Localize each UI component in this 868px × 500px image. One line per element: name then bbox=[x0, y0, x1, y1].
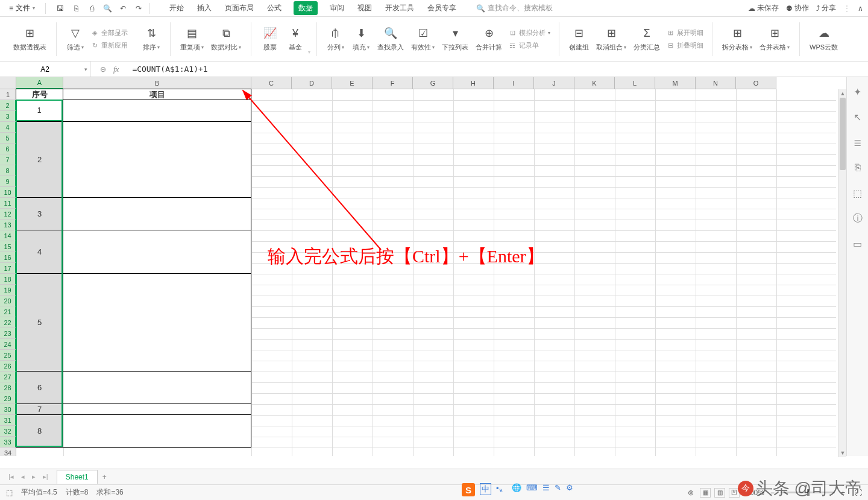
row-header-32[interactable]: 32 bbox=[0, 426, 16, 437]
row-header-19[interactable]: 19 bbox=[0, 285, 16, 296]
row-header-21[interactable]: 21 bbox=[0, 306, 16, 317]
row-header-17[interactable]: 17 bbox=[0, 263, 16, 274]
data-compare-button[interactable]: ⧉数据对比▾ bbox=[207, 25, 245, 53]
sheet-tab[interactable]: Sheet1 bbox=[57, 470, 98, 484]
select-all-corner[interactable] bbox=[0, 77, 16, 89]
column-header-F[interactable]: F bbox=[373, 77, 413, 89]
stock-button[interactable]: 📈股票 bbox=[257, 25, 283, 53]
tab-开始[interactable]: 开始 bbox=[168, 1, 185, 15]
row-header-29[interactable]: 29 bbox=[0, 393, 16, 404]
panel-help-icon[interactable]: ⓘ bbox=[852, 212, 864, 224]
row-header-1[interactable]: 1 bbox=[0, 89, 16, 100]
row-header-33[interactable]: 33 bbox=[0, 437, 16, 448]
cell[interactable] bbox=[63, 371, 251, 404]
redo-icon[interactable]: ↷ bbox=[134, 4, 143, 13]
row-header-9[interactable]: 9 bbox=[0, 176, 16, 187]
stats-icon[interactable]: ⊚ bbox=[688, 489, 694, 497]
print-preview-icon[interactable]: 🔍 bbox=[102, 4, 112, 13]
text-to-columns-button[interactable]: ⫛分列▾ bbox=[323, 25, 348, 53]
scroll-up-icon[interactable]: ▲ bbox=[838, 89, 847, 98]
scroll-down-icon[interactable]: ▼ bbox=[838, 449, 847, 457]
column-header-E[interactable]: E bbox=[332, 77, 373, 89]
cell[interactable] bbox=[63, 121, 251, 198]
row-header-28[interactable]: 28 bbox=[0, 382, 16, 393]
cell[interactable]: 7 bbox=[16, 403, 63, 415]
column-header-J[interactable]: J bbox=[534, 77, 574, 89]
tab-页面布局[interactable]: 页面布局 bbox=[224, 1, 255, 15]
vertical-scrollbar[interactable]: ▲ ▼ bbox=[838, 89, 846, 457]
dropdown-button[interactable]: ▾下拉列表 bbox=[438, 25, 472, 53]
record-button[interactable]: ☶记录单 bbox=[508, 41, 550, 50]
panel-select-icon[interactable]: ↖ bbox=[852, 111, 864, 123]
cell[interactable]: 6 bbox=[16, 371, 63, 404]
cell[interactable]: 5 bbox=[16, 273, 63, 372]
name-box[interactable]: ▾ bbox=[0, 62, 90, 77]
cell[interactable] bbox=[63, 100, 251, 122]
row-header-3[interactable]: 3 bbox=[0, 111, 16, 122]
row-header-34[interactable]: 34 bbox=[0, 448, 16, 456]
cell[interactable]: 3 bbox=[16, 197, 63, 230]
formula-input[interactable]: =COUNT(A$1:A1)+1 bbox=[128, 65, 868, 74]
pivot-table-button[interactable]: ⊞数据透视表 bbox=[10, 25, 50, 53]
row-header-26[interactable]: 26 bbox=[0, 361, 16, 372]
print-icon[interactable]: ⎙ bbox=[87, 4, 96, 13]
save-as-icon[interactable]: ⎘ bbox=[71, 4, 81, 13]
row-header-5[interactable]: 5 bbox=[0, 133, 16, 144]
view-page-icon[interactable]: ▥ bbox=[714, 488, 725, 498]
column-header-L[interactable]: L bbox=[615, 77, 655, 89]
tab-会员专享[interactable]: 会员专享 bbox=[426, 1, 458, 15]
row-header-8[interactable]: 8 bbox=[0, 165, 16, 176]
chevron-down-icon[interactable]: ▾ bbox=[84, 66, 87, 72]
column-header-M[interactable]: M bbox=[655, 77, 696, 89]
row-header-25[interactable]: 25 bbox=[0, 350, 16, 361]
cell[interactable]: 4 bbox=[16, 230, 63, 274]
row-header-2[interactable]: 2 bbox=[0, 100, 16, 111]
column-header-B[interactable]: B bbox=[63, 77, 251, 89]
wps-cloud-button[interactable]: ☁WPS云数 bbox=[806, 25, 841, 53]
sort-button[interactable]: ⇅排序▾ bbox=[139, 25, 164, 53]
dedup-button[interactable]: ▤重复项▾ bbox=[177, 25, 207, 53]
fx-icon[interactable]: fx bbox=[113, 65, 119, 74]
unsaved-indicator[interactable]: ☁未保存 bbox=[748, 3, 779, 13]
split-table-button[interactable]: ⊞拆分表格▾ bbox=[719, 25, 756, 53]
sheet-last-icon[interactable]: ▸| bbox=[40, 472, 51, 482]
share-button[interactable]: ⤴分享 bbox=[816, 3, 836, 13]
search-command-box[interactable]: 🔍 查找命令、搜索模板 bbox=[472, 1, 557, 15]
filter-button[interactable]: ▽筛选▾ bbox=[63, 25, 88, 53]
row-header-27[interactable]: 27 bbox=[0, 372, 16, 382]
row-header-6[interactable]: 6 bbox=[0, 144, 16, 154]
row-header-31[interactable]: 31 bbox=[0, 415, 16, 426]
row-header-16[interactable]: 16 bbox=[0, 252, 16, 263]
column-header-I[interactable]: I bbox=[494, 77, 534, 89]
collapse-ribbon-icon[interactable]: ∧ bbox=[858, 4, 863, 13]
collapse-button[interactable]: ⊟折叠明细 bbox=[666, 41, 703, 50]
fill-button[interactable]: ⬇填充▾ bbox=[348, 25, 374, 53]
group-button[interactable]: ⊟创建组 bbox=[565, 25, 593, 53]
row-header-22[interactable]: 22 bbox=[0, 317, 16, 328]
row-header-11[interactable]: 11 bbox=[0, 198, 16, 209]
row-header-24[interactable]: 24 bbox=[0, 339, 16, 350]
column-header-H[interactable]: H bbox=[453, 77, 494, 89]
find-input-button[interactable]: 🔍查找录入 bbox=[374, 25, 407, 53]
row-header-15[interactable]: 15 bbox=[0, 241, 16, 252]
scrollbar-thumb[interactable] bbox=[840, 98, 846, 170]
reapply-button[interactable]: ↻重新应用 bbox=[90, 41, 128, 50]
row-header-4[interactable]: 4 bbox=[0, 122, 16, 133]
tab-审阅[interactable]: 审阅 bbox=[329, 1, 345, 15]
add-sheet-button[interactable]: + bbox=[98, 470, 112, 484]
column-header-C[interactable]: C bbox=[251, 77, 292, 89]
row-header-30[interactable]: 30 bbox=[0, 404, 16, 415]
simulate-button[interactable]: ⊡模拟分析▾ bbox=[508, 28, 550, 37]
ungroup-button[interactable]: ⊞取消组合▾ bbox=[593, 25, 630, 53]
merge-table-button[interactable]: ⊞合并表格▾ bbox=[756, 25, 793, 53]
grid[interactable]: ABCDEFGHIJKLMNO 123456789101112131415161… bbox=[0, 77, 846, 456]
tab-公式[interactable]: 公式 bbox=[266, 1, 283, 15]
row-header-10[interactable]: 10 bbox=[0, 187, 16, 198]
save-icon[interactable]: 🖫 bbox=[55, 4, 65, 13]
column-header-G[interactable]: G bbox=[413, 77, 453, 89]
cell[interactable] bbox=[63, 403, 251, 415]
column-header-O[interactable]: O bbox=[736, 77, 776, 89]
cell-reference-input[interactable] bbox=[0, 65, 90, 74]
cell-header-A[interactable]: 序号 bbox=[16, 89, 63, 100]
row-header-18[interactable]: 18 bbox=[0, 274, 16, 285]
